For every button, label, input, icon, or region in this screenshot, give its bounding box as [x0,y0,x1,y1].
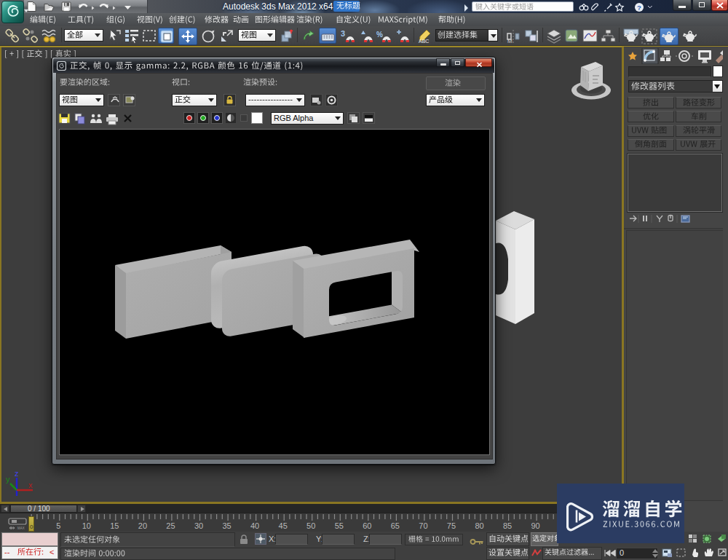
svg-text:y: y [6,475,10,484]
svg-text:ABC: ABC [419,39,429,44]
svg-text:%: % [376,31,383,39]
svg-text:3: 3 [341,29,345,38]
svg-text:x: x [28,481,33,489]
svg-text:MAX: MAX [17,527,25,530]
svg-text:M: M [507,38,513,44]
svg-text:z: z [15,469,19,478]
svg-text:?: ? [637,4,641,12]
